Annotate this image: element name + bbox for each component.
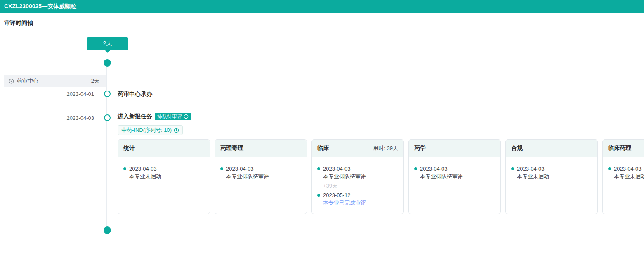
- timeline-node-icon: [104, 91, 111, 97]
- bullet-dot-icon: [511, 167, 514, 170]
- bullet-dot-icon: [123, 167, 126, 170]
- specialty-card-clinical: 临床 用时: 39天 2023-04-03 本专业排队待审评 +39天 2023…: [311, 139, 404, 214]
- specialty-card-clinical-pharmacology: 临床药理 2023-04-03 本专业未启动: [602, 139, 644, 214]
- card-title: 临床: [317, 145, 329, 152]
- item-date: 2023-04-03: [129, 165, 204, 172]
- specialty-card-compliance: 合规 2023-04-03 本专业未启动: [505, 139, 598, 214]
- bullet-dot-icon: [317, 167, 320, 170]
- card-header: 药理毒理: [215, 140, 307, 157]
- card-title: 临床药理: [608, 145, 631, 152]
- window-title: CXZL2300025—安体威颗粒: [4, 3, 76, 10]
- item-date: 2023-05-12: [323, 192, 398, 199]
- card-header: 统计: [118, 140, 210, 157]
- card-item: 2023-04-03 本专业排队待审评: [317, 165, 398, 180]
- timeline-line: [106, 63, 107, 230]
- page-title: 审评时间轴: [4, 19, 33, 27]
- org-row[interactable]: 药审中心 2天: [4, 75, 106, 87]
- sequence-tag: 中药-IND(序列号: 10): [118, 125, 183, 135]
- item-status: 本专业未启动: [614, 173, 644, 180]
- card-title: 药理毒理: [220, 145, 243, 152]
- item-status-link[interactable]: 本专业已完成审评: [323, 199, 398, 206]
- card-title: 合规: [511, 145, 523, 152]
- item-status: 本专业排队待审评: [420, 173, 495, 180]
- org-duration: 2天: [91, 77, 99, 85]
- duration-tooltip: 2天: [87, 37, 128, 50]
- card-item: 2023-04-03 本专业排队待审评: [414, 165, 495, 180]
- card-body: 2023-04-03 本专业排队待审评: [215, 157, 307, 180]
- card-item: 2023-04-03 本专业未启动: [511, 165, 592, 180]
- event-title: 药审中心承办: [118, 91, 152, 98]
- item-status: 本专业排队待审评: [323, 173, 398, 180]
- status-badge: 排队待审评: [155, 113, 191, 120]
- elapsed-days-label: +39天: [323, 183, 398, 189]
- card-title: 药学: [414, 145, 426, 152]
- item-date: 2023-04-03: [323, 165, 398, 172]
- timeline-node-icon: [104, 114, 111, 121]
- org-name: 药审中心: [17, 77, 38, 85]
- sequence-tag-label: 中药-IND(序列号: 10): [121, 126, 172, 134]
- status-badge-label: 排队待审评: [157, 114, 182, 119]
- event-date: 2023-04-01: [49, 91, 94, 97]
- item-date: 2023-04-03: [517, 165, 592, 172]
- item-date: 2023-04-03: [420, 165, 495, 172]
- specialty-card-pharmacy: 药学 2023-04-03 本专业排队待审评: [408, 139, 501, 214]
- card-item: 2023-05-12 本专业已完成审评: [317, 192, 398, 206]
- card-header: 临床 用时: 39天: [312, 140, 403, 157]
- item-status: 本专业未启动: [129, 173, 204, 180]
- card-header: 合规: [506, 140, 597, 157]
- item-date: 2023-04-03: [614, 165, 644, 172]
- card-header: 药学: [409, 140, 500, 157]
- card-item: 2023-04-03 本专业排队待审评: [220, 165, 301, 180]
- card-body: 2023-04-03 本专业未启动: [603, 157, 644, 180]
- card-title: 统计: [123, 145, 135, 152]
- clock-icon: [184, 114, 189, 119]
- card-item: 2023-04-03 本专业未启动: [123, 165, 204, 180]
- org-row-left: 药审中心: [8, 77, 38, 85]
- specialty-cards-row: 统计 2023-04-03 本专业未启动 药理毒理 2023-04-03 本专业…: [118, 139, 644, 214]
- item-date: 2023-04-03: [226, 165, 301, 172]
- card-body: 2023-04-03 本专业未启动: [506, 157, 597, 180]
- specialty-card-statistics: 统计 2023-04-03 本专业未启动: [118, 139, 210, 214]
- event-title: 进入新报任务: [118, 113, 152, 120]
- specialty-card-pharmacology-toxicology: 药理毒理 2023-04-03 本专业排队待审评: [215, 139, 307, 214]
- item-status: 本专业排队待审评: [226, 173, 301, 180]
- card-duration: 用时: 39天: [373, 145, 398, 152]
- bullet-dot-icon: [608, 167, 611, 170]
- tooltip-arrow-icon: [105, 50, 110, 55]
- clock-icon: [174, 128, 179, 133]
- event-date: 2023-04-03: [49, 115, 94, 121]
- duration-tooltip-label: 2天: [103, 40, 112, 48]
- card-body: 2023-04-03 本专业排队待审评: [409, 157, 500, 180]
- timeline-start-dot: [104, 59, 111, 67]
- card-header: 临床药理: [603, 140, 644, 157]
- card-body: 2023-04-03 本专业未启动: [118, 157, 210, 180]
- location-icon: [8, 78, 14, 84]
- bullet-dot-icon: [317, 194, 320, 197]
- bullet-dot-icon: [220, 167, 223, 170]
- timeline-end-dot: [104, 226, 111, 234]
- item-status: 本专业未启动: [517, 173, 592, 180]
- card-body: 2023-04-03 本专业排队待审评 +39天 2023-05-12 本专业已…: [312, 157, 403, 206]
- window-title-bar: CXZL2300025—安体威颗粒: [0, 0, 644, 13]
- bullet-dot-icon: [414, 167, 417, 170]
- event-title-row: 进入新报任务 排队待审评: [118, 113, 191, 120]
- card-item: 2023-04-03 本专业未启动: [608, 165, 644, 180]
